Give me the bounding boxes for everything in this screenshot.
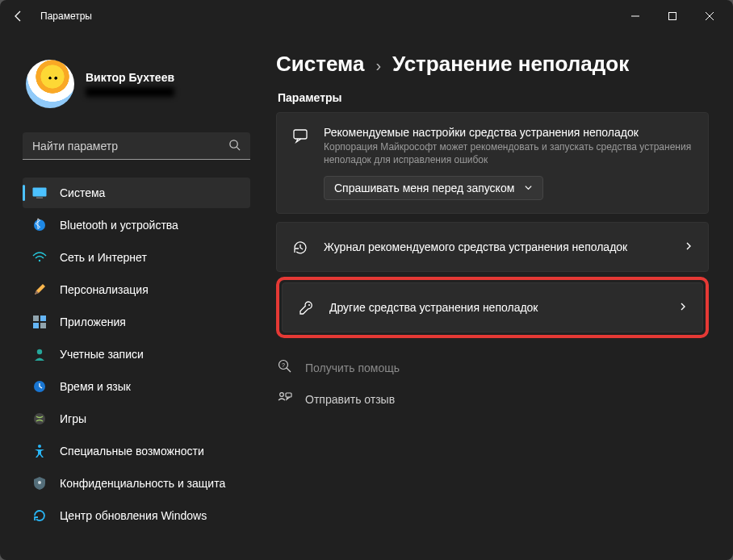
svg-point-20: [308, 304, 310, 306]
search-input[interactable]: Найти параметр: [23, 132, 250, 160]
sidebar-item-time[interactable]: Время и язык: [23, 371, 250, 402]
svg-rect-19: [294, 130, 307, 139]
svg-rect-13: [40, 323, 46, 328]
svg-rect-7: [36, 198, 43, 199]
search-icon: [228, 139, 241, 153]
dropdown-value: Спрашивать меня перед запуском: [334, 182, 514, 194]
section-label: Параметры: [278, 91, 709, 104]
svg-point-4: [230, 140, 237, 147]
chevron-down-icon: [524, 182, 533, 194]
accessibility-icon: [32, 444, 47, 458]
sidebar-item-label: Игры: [60, 412, 86, 425]
sidebar-item-apps[interactable]: Приложения: [23, 307, 250, 337]
minimize-button[interactable]: [617, 3, 654, 29]
apps-icon: [32, 315, 47, 329]
svg-point-14: [37, 349, 42, 354]
sidebar-item-label: Специальные возможности: [60, 445, 204, 458]
sidebar-item-label: Bluetooth и устройства: [60, 219, 178, 232]
sidebar-item-network[interactable]: Сеть и Интернет: [23, 242, 250, 273]
svg-rect-11: [40, 316, 46, 321]
search-placeholder: Найти параметр: [32, 140, 118, 153]
back-button[interactable]: [11, 9, 26, 23]
sidebar-item-label: Центр обновления Windows: [60, 509, 207, 522]
sidebar-item-update[interactable]: Центр обновления Windows: [23, 500, 250, 531]
svg-text:?: ?: [282, 362, 285, 368]
avatar: [26, 60, 74, 108]
sidebar-item-personalization[interactable]: Персонализация: [23, 274, 250, 305]
system-icon: [32, 186, 47, 200]
profile-block[interactable]: Виктор Бухтеев: [23, 40, 250, 124]
other-troubleshooters-row[interactable]: Другие средства устранения неполадок: [282, 282, 703, 332]
link-label: Отправить отзыв: [305, 393, 395, 406]
wrench-icon: [297, 300, 315, 316]
breadcrumb-root[interactable]: Система: [276, 52, 364, 77]
breadcrumb-leaf: Устранение неполадок: [392, 52, 629, 77]
reco-title: Рекомендуемые настройки средства устране…: [324, 126, 693, 139]
window-title: Параметры: [40, 10, 92, 22]
svg-rect-1: [669, 13, 676, 20]
svg-point-9: [39, 260, 40, 261]
history-row[interactable]: Журнал рекомендуемого средства устранени…: [276, 222, 709, 272]
update-icon: [32, 508, 47, 523]
sidebar-item-games[interactable]: Игры: [23, 403, 250, 434]
svg-line-22: [287, 368, 291, 372]
sidebar-item-accessibility[interactable]: Специальные возможности: [23, 436, 250, 466]
help-link[interactable]: ? Получить помощь: [278, 359, 709, 376]
chat-icon: [291, 127, 309, 144]
nav-list: Система Bluetooth и устройства Сеть и Ин…: [23, 178, 250, 531]
svg-point-18: [38, 481, 41, 484]
main-content: Система › Устранение неполадок Параметры…: [260, 32, 733, 560]
sidebar-item-label: Время и язык: [60, 380, 131, 393]
sidebar-item-privacy[interactable]: Конфиденциальность и защита: [23, 468, 250, 499]
titlebar: Параметры: [0, 0, 733, 32]
feedback-icon: [278, 391, 294, 407]
user-name: Виктор Бухтеев: [86, 71, 174, 84]
svg-point-8: [34, 219, 45, 231]
breadcrumb: Система › Устранение неполадок: [276, 52, 709, 77]
sidebar-item-label: Сеть и Интернет: [60, 251, 147, 264]
reco-dropdown[interactable]: Спрашивать меня перед запуском: [324, 176, 543, 200]
help-icon: ?: [278, 359, 294, 376]
svg-rect-6: [33, 188, 47, 197]
svg-line-5: [237, 147, 240, 150]
sidebar: Виктор Бухтеев Найти параметр Система Bl…: [0, 32, 260, 560]
chevron-right-icon: ›: [375, 56, 381, 75]
bluetooth-icon: [32, 218, 47, 232]
svg-rect-10: [33, 316, 39, 321]
wifi-icon: [32, 250, 47, 265]
svg-point-24: [280, 393, 284, 397]
history-icon: [291, 240, 309, 256]
sidebar-item-label: Система: [60, 186, 105, 199]
close-button[interactable]: [691, 3, 728, 29]
link-label: Получить помощь: [305, 361, 400, 374]
xbox-icon: [32, 412, 47, 426]
user-icon: [32, 347, 47, 361]
chevron-right-icon: [684, 240, 693, 254]
sidebar-item-accounts[interactable]: Учетные записи: [23, 339, 250, 370]
clock-icon: [32, 379, 47, 394]
reco-desc: Корпорация Майкрософт может рекомендоват…: [324, 140, 693, 166]
chevron-right-icon: [678, 300, 688, 315]
row-label: Журнал рекомендуемого средства устранени…: [324, 240, 669, 253]
svg-rect-25: [286, 393, 291, 397]
brush-icon: [32, 282, 47, 297]
row-label: Другие средства устранения неполадок: [329, 301, 664, 314]
sidebar-item-label: Приложения: [60, 316, 126, 328]
settings-window: Параметры Виктор Бухтеев Найти параметр: [0, 0, 733, 560]
sidebar-item-label: Конфиденциальность и защита: [60, 477, 225, 490]
svg-point-16: [34, 413, 45, 424]
svg-point-17: [38, 445, 41, 448]
sidebar-item-bluetooth[interactable]: Bluetooth и устройства: [23, 210, 250, 240]
sidebar-item-system[interactable]: Система: [23, 178, 250, 208]
sidebar-item-label: Учетные записи: [60, 348, 144, 361]
maximize-button[interactable]: [654, 3, 691, 29]
user-email-redacted: [86, 87, 174, 97]
feedback-link[interactable]: Отправить отзыв: [278, 391, 709, 407]
shield-icon: [32, 476, 47, 491]
recommended-settings-card: Рекомендуемые настройки средства устране…: [276, 112, 709, 214]
svg-rect-12: [33, 323, 39, 328]
highlight-frame: Другие средства устранения неполадок: [276, 277, 709, 338]
sidebar-item-label: Персонализация: [60, 283, 149, 296]
